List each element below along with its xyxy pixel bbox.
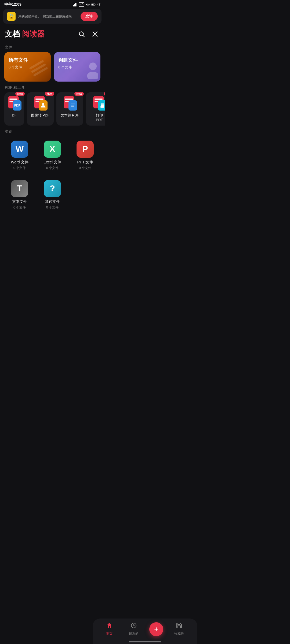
word-label: Word 文件 (11, 160, 28, 165)
category-txt[interactable]: T 文本文件 0 个文件 (4, 176, 35, 213)
person-deco (79, 60, 98, 80)
tool-icon-2 (63, 96, 77, 111)
new-badge-2: New (74, 92, 84, 96)
svg-line-8 (83, 35, 84, 37)
txt-label: 文本文件 (12, 199, 27, 204)
category-other[interactable]: ? 其它文件 0 个文件 (37, 176, 68, 213)
signal-icon (73, 2, 77, 7)
category-grid: W Word 文件 0 个文件 X Excel 文件 0 个文件 P PPT 文… (0, 136, 105, 213)
svg-point-13 (89, 63, 97, 70)
new-badge-1: New (45, 92, 54, 96)
files-section-label: 文件 (0, 41, 105, 52)
excel-count: 0 个文件 (46, 166, 59, 170)
pdf-tool-print[interactable]: New 打印PDF (86, 92, 105, 126)
new-badge-3: New (104, 92, 105, 96)
banner-text: 序的完整体验。 您当前正在使用受限 (18, 14, 78, 19)
lock-icon: 🔒 (7, 12, 16, 21)
tool-icon-0: PDF (7, 96, 21, 111)
other-label: 其它文件 (45, 199, 60, 204)
tool-icon-3 (92, 96, 105, 111)
battery-percent: 47 (97, 3, 100, 6)
pdf-tool-3-label: 打印PDF (96, 113, 103, 122)
hd-badge: HD (79, 2, 84, 7)
header: 文档 阅读器 (0, 25, 105, 41)
status-bar: 中午12:09 HD 47 (0, 0, 105, 8)
svg-rect-1 (74, 4, 75, 6)
svg-rect-6 (92, 4, 93, 5)
other-count: 0 个文件 (46, 205, 59, 210)
search-button[interactable] (77, 29, 86, 39)
printer-icon (100, 103, 105, 108)
svg-rect-17 (71, 105, 74, 105)
header-icons (77, 29, 100, 39)
allow-button[interactable]: 允许 (81, 12, 98, 21)
status-time: 中午12:09 (4, 2, 21, 7)
svg-rect-2 (75, 3, 76, 6)
settings-icon (92, 31, 99, 38)
other-icon: ? (44, 180, 61, 197)
ppt-icon: P (77, 141, 94, 158)
category-word[interactable]: W Word 文件 0 个文件 (4, 136, 35, 174)
person-icon (41, 103, 46, 108)
wifi-icon (86, 2, 90, 7)
category-excel[interactable]: X Excel 文件 0 个文件 (37, 136, 68, 174)
all-files-card[interactable]: 所有文件 0 个文件 (4, 52, 51, 82)
pdf-tools-scroll: New PDF DF New (0, 92, 105, 126)
deco-lines (29, 59, 48, 79)
txt-icon: T (11, 180, 28, 197)
svg-rect-5 (95, 4, 95, 5)
search-icon (78, 31, 85, 38)
svg-point-9 (94, 33, 96, 35)
categories-section-label: 类别 (0, 126, 105, 136)
pdf-tools-section-label: PDF 和工具 (0, 82, 105, 92)
create-files-card[interactable]: 创建文件 0 个文件 (54, 52, 100, 82)
permission-banner: 🔒 序的完整体验。 您当前正在使用受限 允许 (3, 9, 102, 24)
pdf-tool-2-label: 文本转 PDF (61, 113, 79, 118)
status-icons: HD 47 (73, 2, 100, 7)
text-lines-icon (70, 103, 75, 108)
svg-point-15 (42, 103, 44, 105)
svg-rect-3 (76, 3, 77, 6)
txt-count: 0 个文件 (13, 205, 26, 210)
svg-point-14 (87, 72, 98, 79)
word-count: 0 个文件 (13, 166, 26, 170)
excel-icon: X (44, 141, 61, 158)
pdf-tool-text[interactable]: New 文本转 PDF (56, 92, 83, 126)
battery-icon (91, 2, 96, 7)
word-icon: W (11, 141, 28, 158)
pdf-tool-1-label: 图像转 PDF (31, 113, 50, 118)
title-red: 阅读器 (22, 30, 45, 38)
svg-rect-16 (71, 104, 75, 104)
app-title: 文档 阅读器 (5, 29, 45, 39)
title-black: 文档 (5, 30, 20, 38)
category-ppt[interactable]: P PPT 文件 0 个文件 (70, 136, 100, 174)
pdf-tool-0-label: DF (12, 113, 16, 118)
tool-icon-1 (33, 96, 48, 111)
settings-button[interactable] (90, 29, 100, 39)
ppt-label: PPT 文件 (77, 160, 93, 165)
pdf-tool-0[interactable]: New PDF DF (4, 92, 24, 126)
ppt-count: 0 个文件 (79, 166, 91, 170)
new-badge-0: New (15, 92, 25, 96)
svg-rect-18 (71, 106, 74, 107)
svg-rect-0 (73, 5, 74, 6)
excel-label: Excel 文件 (44, 160, 61, 165)
file-cards: 所有文件 0 个文件 创建文件 0 个文件 (0, 52, 105, 82)
pdf-tool-image[interactable]: New 图像转 PDF (27, 92, 54, 126)
main-content: 文档 阅读器 文件 所有文件 0 个文件 (0, 25, 105, 237)
svg-point-20 (103, 106, 104, 107)
